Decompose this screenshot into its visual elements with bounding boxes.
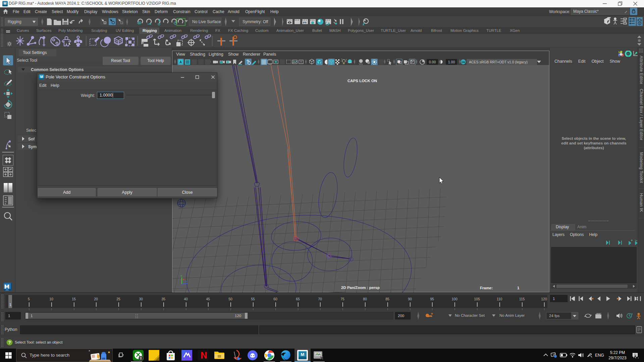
svg-text:95: 95 [430,297,434,301]
svg-text:15: 15 [72,297,76,301]
svg-text:ACES sRGB RRT+ODT v1.0 (legacy: ACES sRGB RRT+ODT v1.0 (legacy) [469,60,528,64]
svg-text:A: A [179,60,182,64]
svg-text:M: M [40,75,43,79]
svg-text:Frame:: Frame: [480,286,493,290]
svg-text:50: 50 [228,297,232,301]
svg-text:ON: ON [462,61,465,63]
svg-text:55: 55 [251,297,255,301]
svg-text:1: 1 [9,303,11,307]
svg-text:25: 25 [116,297,120,301]
svg-text:Sof: Sof [28,137,35,141]
svg-text:120: 120 [541,297,547,301]
svg-text:Sym: Sym [28,144,37,149]
svg-text:Y: Y [180,275,182,278]
svg-text:105: 105 [474,297,480,301]
svg-text:115: 115 [519,297,525,301]
svg-text:x: x [363,23,364,26]
svg-text:1.00: 1.00 [448,60,455,64]
svg-text:90: 90 [408,297,412,301]
svg-text:2D Pan/Zoom : persp: 2D Pan/Zoom : persp [341,286,380,290]
svg-text:0.00: 0.00 [429,60,436,64]
svg-text:AYA: AYA [6,289,8,291]
svg-text:30: 30 [139,297,143,301]
svg-text:65: 65 [296,297,300,301]
svg-text:20: 20 [94,297,98,301]
svg-text:80: 80 [363,297,367,301]
svg-text:Common Selection Options: Common Selection Options [31,67,84,72]
svg-text:IPR: IPR [303,21,307,24]
svg-text:75: 75 [340,297,344,301]
svg-text:85: 85 [385,297,389,301]
svg-text:M: M [4,2,6,5]
svg-text:110: 110 [497,297,502,301]
svg-text:70: 70 [318,297,322,301]
svg-text:10: 10 [49,297,53,301]
svg-text:40: 40 [184,297,188,301]
svg-text:?: ? [8,340,11,345]
svg-text:CAPS LOCK ON: CAPS LOCK ON [347,79,377,83]
svg-text:60: 60 [273,297,277,301]
svg-text:z: z [186,280,187,283]
svg-text:5: 5 [28,297,30,301]
svg-text:100: 100 [451,297,458,301]
svg-text:T: T [300,60,302,64]
svg-text:M: M [301,352,305,357]
svg-text:8: 8 [140,357,142,360]
svg-text:35: 35 [161,297,165,301]
svg-text:1: 1 [517,286,520,290]
svg-text:45: 45 [206,297,210,301]
